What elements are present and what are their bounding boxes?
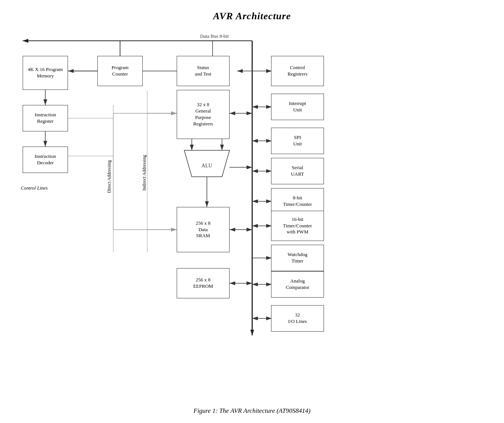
svg-marker-39: [230, 228, 235, 232]
status-test-block: Statusand Test: [177, 56, 230, 86]
svg-marker-42: [230, 281, 235, 285]
direct-addressing-label: Direct Addressing: [106, 160, 112, 193]
page-title: AVR Architecture: [213, 11, 291, 22]
svg-marker-45: [252, 283, 258, 286]
svg-text:Data Bus 8-bit: Data Bus 8-bit: [200, 33, 229, 39]
svg-marker-34: [252, 224, 258, 228]
svg-marker-15: [237, 69, 243, 73]
diagram-svg: Data Bus 8-bit: [0, 0, 504, 423]
svg-marker-48: [252, 316, 258, 320]
svg-marker-80: [171, 228, 177, 232]
svg-marker-31: [252, 199, 258, 203]
svg-marker-19: [230, 111, 235, 115]
figure-caption: Figure 1: The AVR Architecture (AT90S841…: [0, 407, 504, 415]
program-counter-block: ProgramCounter: [97, 56, 143, 86]
svg-marker-78: [171, 111, 177, 115]
svg-marker-49: [184, 150, 230, 177]
general-registers-block: 32 x 8GeneralPurposeRegistrers: [177, 90, 230, 139]
analog-comparator-block: AnalogComparator: [271, 271, 324, 298]
svg-marker-41: [247, 281, 252, 285]
svg-marker-56: [205, 201, 209, 207]
diagram-container: AVR Architecture Data Bus 8-bit: [0, 0, 504, 423]
svg-marker-6: [68, 69, 74, 73]
spi-unit-block: SPIUnit: [271, 128, 324, 154]
svg-marker-11: [43, 141, 47, 147]
svg-marker-54: [220, 145, 224, 150]
svg-marker-73: [171, 111, 177, 115]
svg-marker-2: [23, 39, 28, 43]
program-memory-block: 4K X 16 Program Memory: [23, 56, 68, 90]
svg-marker-28: [252, 169, 258, 173]
eeprom-block: 256 x 8EEPROM: [177, 268, 230, 298]
svg-text:ALU: ALU: [202, 163, 213, 168]
serial-uart-block: SerialUART: [271, 158, 324, 184]
indirect-addressing-label: Indirect Addressing: [142, 155, 147, 190]
svg-marker-58: [247, 165, 252, 169]
svg-marker-18: [247, 111, 252, 115]
svg-marker-38: [247, 228, 252, 232]
svg-marker-25: [252, 139, 258, 143]
svg-marker-4: [250, 330, 254, 335]
io-lines-block: 32I/O Lines: [271, 305, 324, 332]
svg-marker-52: [190, 145, 194, 150]
control-lines-label: Control Lines: [21, 185, 48, 191]
data-sram-block: 256 x 8DataSRAM: [177, 207, 230, 252]
svg-marker-22: [252, 105, 258, 109]
instruction-decoder-block: InstructionDecoder: [23, 147, 68, 173]
control-registers-block: ControlRegistrers: [271, 56, 324, 86]
svg-marker-75: [171, 228, 177, 232]
watchdog-timer-block: WatchdogTimer: [271, 245, 324, 271]
timer-16bit-block: 16-bitTimer/Counterwith PWM: [271, 211, 324, 241]
svg-marker-69: [23, 39, 28, 43]
instruction-register-block: InstructionRegister: [23, 105, 68, 131]
interrupt-unit-block: InterruptUnit: [271, 94, 324, 120]
svg-marker-9: [43, 99, 47, 105]
